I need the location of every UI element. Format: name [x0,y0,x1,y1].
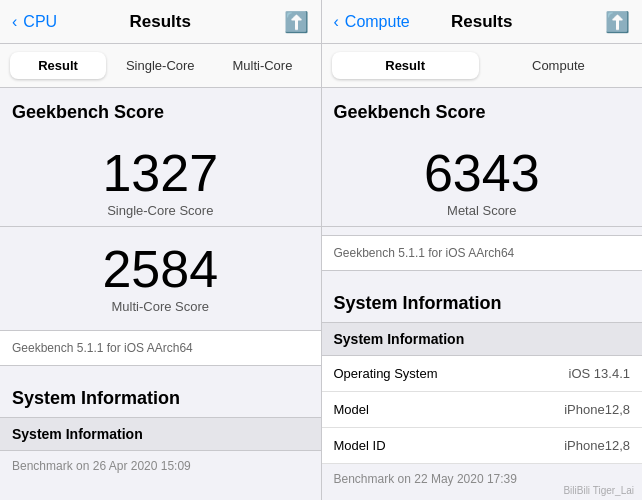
left-sys-info-header: System Information [0,417,321,451]
right-sys-row-model: Model iPhone12,8 [322,392,643,428]
right-metal-block: 6343 Metal Score [322,131,643,226]
right-sys-info-title: System Information [322,279,643,322]
left-multi-core-label: Multi-Core Score [111,299,209,314]
right-panel: ‹ Compute Results ⬆️ Result Compute Geek… [322,0,643,500]
right-benchmark-version: Geekbench 5.1.1 for iOS AArch64 [322,235,643,271]
left-tab-single-core[interactable]: Single-Core [112,52,208,79]
watermark-text: BiliBili Tiger_Lai [557,483,640,498]
left-header: ‹ CPU Results ⬆️ [0,0,321,44]
right-model-id-key: Model ID [334,438,482,453]
left-tab-result[interactable]: Result [10,52,106,79]
left-tab-multi-core[interactable]: Multi-Core [214,52,310,79]
right-sys-info-header: System Information [322,322,643,356]
right-os-val: iOS 13.4.1 [482,366,630,381]
left-single-core-score: 1327 [102,147,218,199]
chevron-left-icon: ‹ [12,13,17,31]
left-single-core-block: 1327 Single-Core Score [0,131,321,226]
right-tab-result[interactable]: Result [332,52,479,79]
right-model-key: Model [334,402,482,417]
right-sys-row-os: Operating System iOS 13.4.1 [322,356,643,392]
left-back-button[interactable]: ‹ CPU [12,13,57,31]
right-metal-score: 6343 [424,147,540,199]
left-sys-info-title: System Information [0,374,321,417]
left-panel: ‹ CPU Results ⬆️ Result Single-Core Mult… [0,0,322,500]
left-content: Geekbench Score 1327 Single-Core Score 2… [0,88,321,500]
right-geekbench-title: Geekbench Score [322,88,643,131]
right-tab-compute[interactable]: Compute [485,52,632,79]
right-metal-label: Metal Score [447,203,516,218]
right-header: ‹ Compute Results ⬆️ [322,0,643,44]
left-multi-core-block: 2584 Multi-Core Score [0,227,321,322]
left-geekbench-title: Geekbench Score [0,88,321,131]
right-model-id-val: iPhone12,8 [482,438,630,453]
left-header-title: Results [130,12,191,32]
right-back-label[interactable]: Compute [345,13,410,31]
right-divider-1 [322,226,643,227]
right-sys-row-model-id: Model ID iPhone12,8 [322,428,643,464]
right-back-button[interactable]: ‹ Compute [334,13,410,31]
share-icon: ⬆️ [284,11,309,33]
left-share-button[interactable]: ⬆️ [284,10,309,34]
left-tab-bar: Result Single-Core Multi-Core [0,44,321,88]
right-tab-bar: Result Compute [322,44,643,88]
share-icon-right: ⬆️ [605,11,630,33]
left-multi-core-score: 2584 [102,243,218,295]
right-os-key: Operating System [334,366,482,381]
left-benchmark-version: Geekbench 5.1.1 for iOS AArch64 [0,330,321,366]
right-model-val: iPhone12,8 [482,402,630,417]
right-content: Geekbench Score 6343 Metal Score Geekben… [322,88,643,500]
left-single-core-label: Single-Core Score [107,203,213,218]
chevron-left-icon-right: ‹ [334,13,339,31]
right-header-title: Results [451,12,512,32]
right-share-button[interactable]: ⬆️ [605,10,630,34]
left-back-label[interactable]: CPU [23,13,57,31]
left-benchmark-date: Benchmark on 26 Apr 2020 15:09 [0,451,321,481]
